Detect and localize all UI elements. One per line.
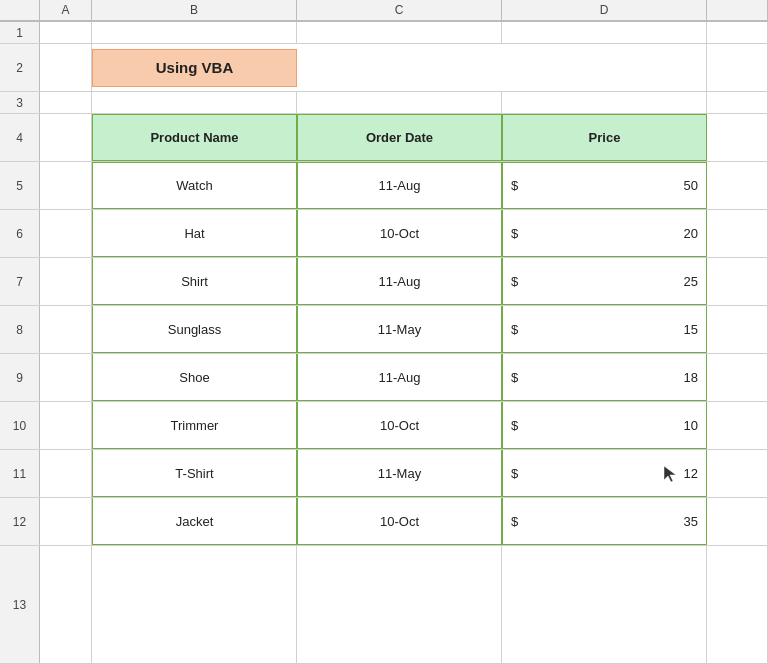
row-10: 10 Trimmer 10-Oct $ 10 <box>0 402 768 450</box>
row-num-4: 4 <box>0 114 40 161</box>
cell-3d[interactable] <box>502 92 707 113</box>
row-8: 8 Sunglass 11-May $ 15 <box>0 306 768 354</box>
cell-6b-product[interactable]: Hat <box>92 210 297 257</box>
col-header-d: D <box>502 0 707 21</box>
row-11: 11 T-Shirt 11-May $ 12 <box>0 450 768 498</box>
cell-9e[interactable] <box>707 354 768 401</box>
cell-6e[interactable] <box>707 210 768 257</box>
row-num-10: 10 <box>0 402 40 449</box>
cell-12c-date[interactable]: 10-Oct <box>297 498 502 545</box>
row-num-13: 13 <box>0 546 40 663</box>
row-13: 13 <box>0 546 768 664</box>
cell-4a[interactable] <box>40 114 92 161</box>
cell-9a[interactable] <box>40 354 92 401</box>
cell-13e[interactable] <box>707 546 768 663</box>
cell-6d-price[interactable]: $ 20 <box>502 210 707 257</box>
cell-9c-date[interactable]: 11-Aug <box>297 354 502 401</box>
spreadsheet: A B C D 1 2 Using VBA 3 4 Product <box>0 0 768 664</box>
cell-1a[interactable] <box>40 22 92 43</box>
cell-12d-price[interactable]: $ 35 <box>502 498 707 545</box>
header-order-date[interactable]: Order Date <box>297 114 502 161</box>
cell-11e[interactable] <box>707 450 768 497</box>
col-header-a: A <box>40 0 92 21</box>
col-header-e <box>707 0 768 21</box>
cell-10c-date[interactable]: 10-Oct <box>297 402 502 449</box>
cell-8d-price[interactable]: $ 15 <box>502 306 707 353</box>
column-headers: A B C D <box>0 0 768 22</box>
cell-9b-product[interactable]: Shoe <box>92 354 297 401</box>
col-header-b: B <box>92 0 297 21</box>
cell-13b[interactable] <box>92 546 297 663</box>
cell-8a[interactable] <box>40 306 92 353</box>
row-num-5: 5 <box>0 162 40 209</box>
cell-10b-product[interactable]: Trimmer <box>92 402 297 449</box>
cell-11d-price[interactable]: $ 12 <box>502 450 707 497</box>
cell-5b-product[interactable]: Watch <box>92 162 297 209</box>
cell-5d-price[interactable]: $ 50 <box>502 162 707 209</box>
row-num-8: 8 <box>0 306 40 353</box>
row-num-3: 3 <box>0 92 40 113</box>
row-4-header: 4 Product Name Order Date Price <box>0 114 768 162</box>
row-7: 7 Shirt 11-Aug $ 25 <box>0 258 768 306</box>
row-num-7: 7 <box>0 258 40 305</box>
cell-12e[interactable] <box>707 498 768 545</box>
cell-7a[interactable] <box>40 258 92 305</box>
cell-11b-product[interactable]: T-Shirt <box>92 450 297 497</box>
cell-3a[interactable] <box>40 92 92 113</box>
cell-5c-date[interactable]: 11-Aug <box>297 162 502 209</box>
cell-2d[interactable] <box>502 44 707 91</box>
cell-13a[interactable] <box>40 546 92 663</box>
row-12: 12 Jacket 10-Oct $ 35 <box>0 498 768 546</box>
cell-3b[interactable] <box>92 92 297 113</box>
svg-marker-0 <box>664 466 676 482</box>
cell-4e[interactable] <box>707 114 768 161</box>
cell-7d-price[interactable]: $ 25 <box>502 258 707 305</box>
cell-12b-product[interactable]: Jacket <box>92 498 297 545</box>
cell-8e[interactable] <box>707 306 768 353</box>
cell-7c-date[interactable]: 11-Aug <box>297 258 502 305</box>
header-price[interactable]: Price <box>502 114 707 161</box>
cell-6a[interactable] <box>40 210 92 257</box>
row-num-2: 2 <box>0 44 40 91</box>
cell-8b-product[interactable]: Sunglass <box>92 306 297 353</box>
row-num-9: 9 <box>0 354 40 401</box>
cell-13c[interactable] <box>297 546 502 663</box>
cell-1c[interactable] <box>297 22 502 43</box>
row-num-6: 6 <box>0 210 40 257</box>
cell-9d-price[interactable]: $ 18 <box>502 354 707 401</box>
row-6: 6 Hat 10-Oct $ 20 <box>0 210 768 258</box>
cell-13d[interactable] <box>502 546 707 663</box>
row-3: 3 <box>0 92 768 114</box>
cell-2b[interactable]: Using VBA <box>92 44 297 91</box>
cell-10a[interactable] <box>40 402 92 449</box>
cell-1d[interactable] <box>502 22 707 43</box>
cell-6c-date[interactable]: 10-Oct <box>297 210 502 257</box>
cell-7b-product[interactable]: Shirt <box>92 258 297 305</box>
cell-1b[interactable] <box>92 22 297 43</box>
cell-3e[interactable] <box>707 92 768 113</box>
col-header-c: C <box>297 0 502 21</box>
cell-5e[interactable] <box>707 162 768 209</box>
cell-2c[interactable] <box>297 44 502 91</box>
cell-3c[interactable] <box>297 92 502 113</box>
cell-11a[interactable] <box>40 450 92 497</box>
cell-7e[interactable] <box>707 258 768 305</box>
row-1: 1 <box>0 22 768 44</box>
cell-11c-date[interactable]: 11-May <box>297 450 502 497</box>
cell-2e[interactable] <box>707 44 768 91</box>
row-9: 9 Shoe 11-Aug $ 18 <box>0 354 768 402</box>
data-rows: 5 Watch 11-Aug $ 50 6 Hat 10-Oct $ 20 <box>0 162 768 546</box>
row-num-1: 1 <box>0 22 40 43</box>
cell-2a[interactable] <box>40 44 92 91</box>
cell-8c-date[interactable]: 11-May <box>297 306 502 353</box>
cell-5a[interactable] <box>40 162 92 209</box>
header-product-name[interactable]: Product Name <box>92 114 297 161</box>
cell-10e[interactable] <box>707 402 768 449</box>
cell-12a[interactable] <box>40 498 92 545</box>
row-num-12: 12 <box>0 498 40 545</box>
row-num-11: 11 <box>0 450 40 497</box>
cell-1e[interactable] <box>707 22 768 43</box>
cell-10d-price[interactable]: $ 10 <box>502 402 707 449</box>
row-2: 2 Using VBA <box>0 44 768 92</box>
row-5: 5 Watch 11-Aug $ 50 <box>0 162 768 210</box>
